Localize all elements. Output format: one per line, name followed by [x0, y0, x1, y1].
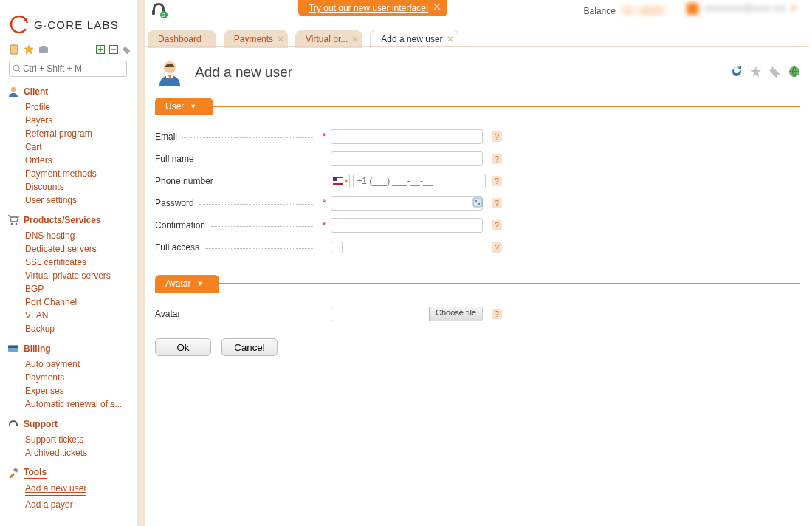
svg-point-14	[11, 87, 16, 92]
promo-banner[interactable]: Try out our new user interface!	[298, 0, 447, 16]
close-icon[interactable]: ✕	[447, 34, 454, 41]
sidebar-section-client[interactable]: Client	[7, 86, 131, 98]
expand-icon[interactable]	[96, 45, 105, 56]
svg-rect-9	[39, 47, 48, 53]
star-icon[interactable]	[750, 66, 762, 80]
label-email: Email	[155, 132, 177, 142]
email-field[interactable]	[331, 129, 483, 144]
password-field[interactable]	[331, 196, 483, 211]
choose-file-button[interactable]: Choose file	[429, 307, 482, 321]
sidebar-item-ssl[interactable]: SSL certificates	[25, 256, 131, 269]
full-access-checkbox[interactable]	[331, 242, 343, 253]
fullname-field[interactable]	[331, 151, 483, 166]
tools-icon	[7, 467, 19, 479]
section-toggle-avatar[interactable]: Avatar ▼	[155, 275, 219, 293]
sidebar-item-expenses[interactable]: Expenses	[25, 384, 131, 397]
close-icon[interactable]: ✕	[351, 34, 359, 41]
sidebar-item-user-settings[interactable]: User settings	[25, 194, 131, 207]
column-separator	[137, 0, 145, 526]
sidebar-section-products[interactable]: Products/Services	[7, 214, 131, 226]
user-menu[interactable]: xxxxxxxxx@xxxx.xxx ▾	[687, 3, 796, 15]
svg-point-4	[9, 13, 30, 35]
sidebar-item-payments[interactable]: Payments	[25, 371, 131, 384]
avatar-file-picker[interactable]: Choose file	[331, 307, 483, 321]
svg-point-5	[24, 18, 27, 21]
person-icon	[7, 86, 19, 98]
help-icon[interactable]: ?	[492, 309, 502, 319]
sidebar-item-bgp[interactable]: BGP	[25, 282, 131, 296]
generate-password-icon[interactable]	[472, 197, 483, 210]
label-phone: Phone number	[155, 176, 213, 186]
collapse-icon[interactable]	[109, 45, 118, 56]
sidebar-section-tools[interactable]: Tools	[7, 467, 131, 479]
sidebar-support-items: Support tickets Archived tickets	[4, 433, 131, 460]
sidebar-toolbar	[4, 44, 131, 61]
search-input[interactable]	[21, 63, 123, 75]
close-icon[interactable]: ✕	[277, 34, 284, 41]
help-icon[interactable]: ?	[492, 198, 502, 208]
user-illustration-icon	[155, 58, 185, 87]
help-icon[interactable]: ?	[492, 242, 502, 253]
sidebar-item-dns[interactable]: DNS hosting	[25, 229, 131, 242]
sidebar-section-support[interactable]: Support	[7, 418, 131, 430]
cancel-button[interactable]: Cancel	[221, 338, 278, 356]
svg-point-15	[11, 223, 13, 225]
svg-point-16	[16, 223, 18, 225]
flag-us-icon	[333, 177, 343, 185]
sidebar-item-support-tickets[interactable]: Support tickets	[25, 433, 131, 446]
required-mark: *	[317, 132, 331, 142]
sidebar-item-profile[interactable]: Profile	[25, 100, 131, 114]
globe-icon[interactable]	[788, 66, 800, 80]
help-icon[interactable]: ?	[492, 132, 502, 142]
briefcase-icon[interactable]	[38, 44, 49, 57]
sidebar-item-port-channel[interactable]: Port Channel	[25, 296, 131, 309]
sidebar-section-billing[interactable]: Billing	[7, 343, 131, 355]
phone-field[interactable]	[353, 174, 486, 188]
sidebar-item-backup[interactable]: Backup	[25, 322, 131, 335]
sidebar-item-cart[interactable]: Cart	[25, 140, 131, 154]
page-title: Add a new user	[195, 64, 292, 81]
search-icon	[13, 64, 21, 74]
sidebar-item-auto-renewal[interactable]: Automatic renewal of s...	[25, 397, 131, 411]
svg-marker-8	[24, 45, 33, 54]
sidebar-item-vlan[interactable]: VLAN	[25, 309, 131, 322]
clipboard-icon[interactable]	[9, 44, 19, 57]
sidebar-item-orders[interactable]: Orders	[25, 154, 131, 167]
support-headset-icon[interactable]: 2	[150, 0, 168, 18]
sidebar-item-discounts[interactable]: Discounts	[25, 180, 131, 194]
sidebar-item-payment-methods[interactable]: Payment methods	[25, 167, 131, 180]
star-icon[interactable]	[24, 44, 34, 57]
sidebar-item-add-payer[interactable]: Add a payer	[25, 498, 131, 511]
ok-button[interactable]: Ok	[155, 338, 211, 356]
sidebar-item-referral[interactable]: Referral program	[25, 127, 131, 140]
pin-icon[interactable]	[769, 66, 781, 80]
svg-point-24	[478, 203, 480, 205]
avatar-icon	[687, 3, 698, 15]
country-code-select[interactable]: ▾	[331, 174, 350, 188]
sidebar-item-add-user[interactable]: Add a new user	[25, 482, 86, 496]
headset-icon	[7, 418, 19, 430]
card-icon	[7, 343, 19, 355]
refresh-icon[interactable]	[731, 66, 743, 80]
sidebar-item-archived-tickets[interactable]: Archived tickets	[25, 446, 131, 460]
sidebar-item-dedicated[interactable]: Dedicated servers	[25, 242, 131, 256]
pin-icon[interactable]	[123, 45, 131, 56]
balance-label: Balance	[584, 6, 616, 16]
chevron-down-icon: ▾	[345, 178, 348, 185]
sidebar-item-vps[interactable]: Virtual private servers	[25, 269, 131, 282]
required-mark: *	[317, 198, 331, 208]
sidebar-item-auto-payment[interactable]: Auto payment	[25, 358, 131, 371]
sidebar-tools-items: Add a new user Add a payer	[4, 482, 131, 511]
svg-rect-7	[10, 45, 18, 54]
svg-rect-10	[41, 46, 46, 48]
avatar-file-name	[331, 307, 429, 321]
sidebar-item-payers[interactable]: Payers	[25, 114, 131, 127]
help-icon[interactable]: ?	[492, 220, 502, 230]
section-toggle-user[interactable]: User ▼	[155, 98, 213, 115]
balance-value: 00 / 00000	[622, 6, 664, 16]
close-icon[interactable]	[433, 2, 443, 13]
confirm-password-field[interactable]	[331, 218, 483, 233]
help-icon[interactable]: ?	[492, 154, 502, 164]
help-icon[interactable]: ?	[492, 176, 502, 186]
sidebar-search[interactable]	[9, 61, 127, 77]
